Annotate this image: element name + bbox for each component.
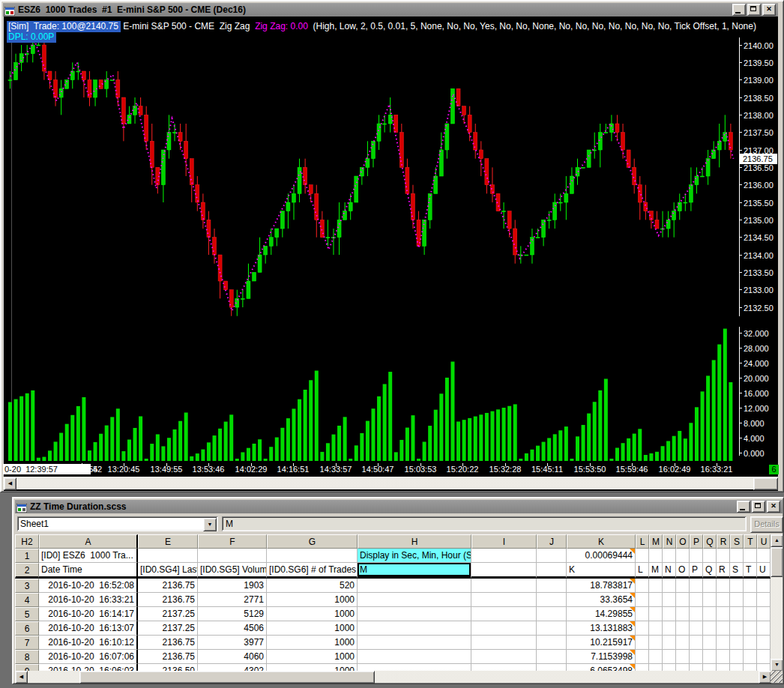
column-header-P[interactable]: P (690, 534, 703, 549)
cell-G4[interactable]: 1000 (267, 593, 358, 607)
cell-P2[interactable]: P (690, 563, 703, 579)
cell-F2[interactable]: [ID0.SG5] Volume (198, 563, 267, 579)
cell-T9[interactable] (744, 664, 757, 671)
resize-grip[interactable] (771, 671, 783, 683)
formula-bar-input[interactable]: M (222, 516, 747, 531)
cell-L7[interactable] (636, 636, 649, 650)
cell-K6[interactable]: 13.131883 (567, 621, 636, 636)
cell-U8[interactable] (757, 650, 771, 664)
cell-I2[interactable] (471, 563, 537, 579)
row-header[interactable]: 3 (15, 579, 39, 593)
cell-K4[interactable]: 33.3654 (567, 593, 636, 607)
cell-N4[interactable] (663, 593, 676, 607)
cell-G8[interactable]: 1000 (267, 650, 358, 664)
column-header-H[interactable]: H (358, 534, 471, 549)
cell-I3[interactable] (471, 579, 537, 593)
cell-F9[interactable]: 4302 (198, 664, 267, 671)
cell-M8[interactable] (649, 650, 663, 664)
cell-I9[interactable] (471, 664, 537, 671)
maximize-button[interactable] (747, 4, 761, 16)
column-header-T[interactable]: T (744, 534, 757, 549)
cell-M5[interactable] (649, 607, 663, 621)
cell-L1[interactable] (636, 549, 649, 563)
column-header-O[interactable]: O (676, 534, 690, 549)
cell-E6[interactable]: 2137.25 (138, 621, 198, 636)
cell-O7[interactable] (676, 636, 690, 650)
minimize-button[interactable] (732, 4, 746, 16)
chart-horizontal-scrollbar[interactable]: ◀ (3, 477, 778, 489)
cell-A4[interactable]: 2016-10-20 16:33:21 (39, 593, 138, 607)
cell-S9[interactable] (730, 664, 744, 671)
cell-I4[interactable] (471, 593, 537, 607)
cell-R9[interactable] (717, 664, 730, 671)
time-axis[interactable]: 0-20 12:39:57 42 13:03:5513:20:4513:49:5… (3, 463, 739, 475)
cell-S6[interactable] (730, 621, 744, 636)
cell-G6[interactable]: 1000 (267, 621, 358, 636)
cell-T5[interactable] (744, 607, 757, 621)
cell-Q7[interactable] (703, 636, 717, 650)
cell-E2[interactable]: [ID0.SG4] Last (138, 563, 198, 579)
cell-U5[interactable] (757, 607, 771, 621)
column-header-M[interactable]: M (649, 534, 663, 549)
active-cell-reference[interactable]: H2 (15, 534, 39, 549)
cell-S3[interactable] (730, 579, 744, 593)
cell-N3[interactable] (663, 579, 676, 593)
cell-A7[interactable]: 2016-10-20 16:10:12 (39, 636, 138, 650)
row-header[interactable]: 2 (15, 563, 39, 579)
cell-Q9[interactable] (703, 664, 717, 671)
cell-M9[interactable] (649, 664, 663, 671)
cell-Q1[interactable] (703, 549, 717, 563)
cell-J7[interactable] (537, 636, 567, 650)
cell-E3[interactable]: 2136.75 (138, 579, 198, 593)
cell-L8[interactable] (636, 650, 649, 664)
cell-E4[interactable]: 2136.75 (138, 593, 198, 607)
cell-O6[interactable] (676, 621, 690, 636)
cell-U4[interactable] (757, 593, 771, 607)
cell-E7[interactable]: 2136.75 (138, 636, 198, 650)
cell-J2[interactable] (537, 563, 567, 579)
column-header-I[interactable]: I (471, 534, 537, 549)
cell-H1[interactable]: Display in Sec, Min, Hour (S,M,H) (358, 549, 471, 563)
cell-O4[interactable] (676, 593, 690, 607)
cell-H4[interactable] (358, 593, 471, 607)
minimize-button[interactable] (737, 501, 750, 513)
row-header[interactable]: 1 (15, 549, 39, 563)
cell-G7[interactable]: 1000 (267, 636, 358, 650)
cell-H7[interactable] (358, 636, 471, 650)
cell-O2[interactable]: O (676, 563, 690, 579)
cell-L4[interactable] (636, 593, 649, 607)
cell-O1[interactable] (676, 549, 690, 563)
cell-K5[interactable]: 14.29855 (567, 607, 636, 621)
scroll-right-button[interactable]: ▶ (759, 671, 771, 684)
cell-T6[interactable] (744, 621, 757, 636)
column-header-U[interactable]: U (757, 534, 771, 549)
chart-titlebar[interactable]: ESZ6 1000 Trades #1 E-mini S&P 500 - CME… (3, 3, 778, 16)
vscroll-thumb[interactable] (771, 547, 783, 577)
cell-E9[interactable]: 2136.50 (138, 664, 198, 671)
cell-J9[interactable] (537, 664, 567, 671)
details-button[interactable]: Details (750, 516, 783, 533)
cell-Q6[interactable] (703, 621, 717, 636)
cell-S8[interactable] (730, 650, 744, 664)
cell-K7[interactable]: 10.215917 (567, 636, 636, 650)
cell-P3[interactable] (690, 579, 703, 593)
cell-L6[interactable] (636, 621, 649, 636)
cell-N7[interactable] (663, 636, 676, 650)
row-header[interactable]: 4 (15, 593, 39, 607)
scroll-left-button[interactable]: ◀ (4, 477, 16, 490)
cell-U2[interactable]: U (757, 563, 771, 579)
cell-A3[interactable]: 2016-10-20 16:52:08 (39, 579, 138, 593)
cell-J5[interactable] (537, 607, 567, 621)
row-header[interactable]: 9 (15, 664, 39, 671)
cell-R8[interactable] (717, 650, 730, 664)
cell-G9[interactable]: 1000 (267, 664, 358, 671)
cell-A5[interactable]: 2016-10-20 16:14:17 (39, 607, 138, 621)
cell-L2[interactable]: L (636, 563, 649, 579)
cell-J8[interactable] (537, 650, 567, 664)
cell-N9[interactable] (663, 664, 676, 671)
cell-H3[interactable] (358, 579, 471, 593)
sheet-horizontal-scrollbar[interactable]: ◀ ▶ (15, 671, 783, 683)
cell-M1[interactable] (649, 549, 663, 563)
cell-F8[interactable]: 4060 (198, 650, 267, 664)
cell-I7[interactable] (471, 636, 537, 650)
